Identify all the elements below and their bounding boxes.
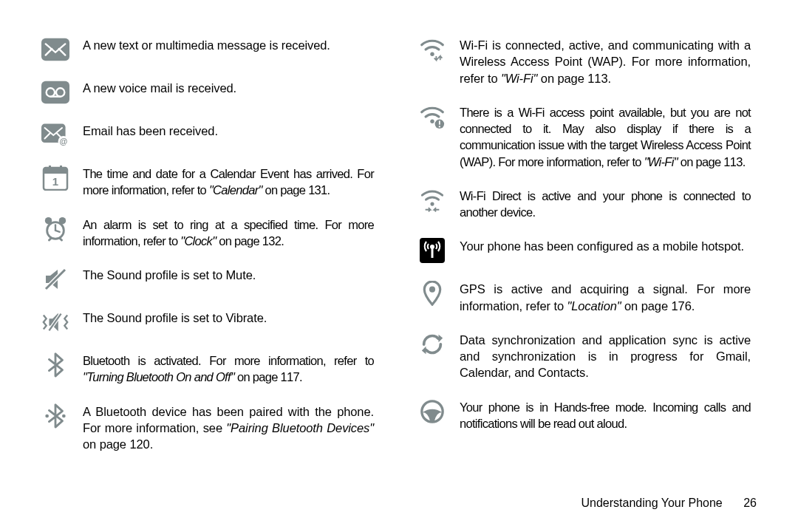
icon-row: Data synchronization and application syn…: [418, 332, 751, 381]
icon-description: Email has been received.: [83, 123, 218, 139]
icon-row: The Sound profile is set to Vibrate.: [41, 310, 374, 335]
page-content: A new text or multimedia message is rece…: [0, 0, 798, 474]
icon-row: Wi-Fi is connected, active, and communic…: [418, 37, 751, 86]
icon-description: Wi-Fi is connected, active, and communic…: [460, 37, 751, 86]
icon-description: Data synchronization and application syn…: [460, 332, 751, 381]
icon-description: The Sound profile is set to Vibrate.: [83, 310, 267, 326]
icon-row: A new text or multimedia message is rece…: [41, 37, 374, 62]
bluetooth-icon: [41, 352, 69, 378]
left-column: A new text or multimedia message is rece…: [41, 37, 374, 452]
gps-icon: [418, 281, 446, 306]
message-icon: [41, 37, 69, 62]
icon-description: A new text or multimedia message is rece…: [83, 37, 330, 53]
icon-description: There is a Wi-Fi access point available,…: [460, 104, 751, 170]
icon-row: GPS is active and acquiring a signal. Fo…: [418, 281, 751, 314]
icon-row: Wi-Fi Direct is active and your phone is…: [418, 188, 751, 221]
icon-description: Bluetooth is activated. For more informa…: [83, 352, 374, 386]
icon-row: A new voice mail is received.: [41, 80, 374, 105]
right-column: Wi-Fi is connected, active, and communic…: [418, 37, 751, 452]
wifi-warning-icon: [418, 104, 446, 129]
icon-row: Your phone is in Hands-free mode. Incomi…: [418, 399, 751, 432]
icon-row: The time and date for a Calendar Event h…: [41, 166, 374, 199]
icon-description: An alarm is set to ring at a specified t…: [83, 216, 374, 250]
icon-row: There is a Wi-Fi access point available,…: [418, 104, 751, 170]
icon-row: Your phone has been configured as a mobi…: [418, 238, 751, 263]
icon-description: Wi-Fi Direct is active and your phone is…: [460, 188, 751, 221]
icon-description: A new voice mail is received.: [83, 80, 236, 96]
handsfree-icon: [418, 399, 446, 424]
wifi-direct-icon: [418, 188, 446, 213]
icon-description: The time and date for a Calendar Event h…: [83, 166, 374, 199]
wifi-connected-icon: [418, 37, 446, 62]
calendar-icon: [41, 166, 69, 191]
voicemail-icon: [41, 80, 69, 105]
icon-row: An alarm is set to ring at a specified t…: [41, 216, 374, 250]
icon-description: GPS is active and acquiring a signal. Fo…: [460, 281, 751, 314]
sync-icon: [418, 332, 446, 357]
bluetooth-paired-icon: [41, 403, 69, 429]
mute-icon: [41, 267, 69, 292]
hotspot-icon: [418, 238, 446, 263]
icon-row: A Bluetooth device has been paired with …: [41, 403, 374, 453]
icon-row: Bluetooth is activated. For more informa…: [41, 352, 374, 386]
page-footer: Understanding Your Phone 26: [581, 497, 757, 510]
email-icon: [41, 123, 69, 148]
icon-row: The Sound profile is set to Mute.: [41, 267, 374, 292]
icon-description: The Sound profile is set to Mute.: [83, 267, 256, 283]
icon-row: Email has been received.: [41, 123, 374, 148]
icon-description: Your phone is in Hands-free mode. Incomi…: [460, 399, 751, 432]
vibrate-icon: [41, 310, 69, 335]
footer-section: Understanding Your Phone: [581, 497, 722, 509]
icon-description: A Bluetooth device has been paired with …: [83, 403, 374, 453]
alarm-icon: [41, 216, 69, 242]
icon-description: Your phone has been configured as a mobi…: [460, 238, 744, 254]
footer-page-number: 26: [743, 497, 757, 510]
